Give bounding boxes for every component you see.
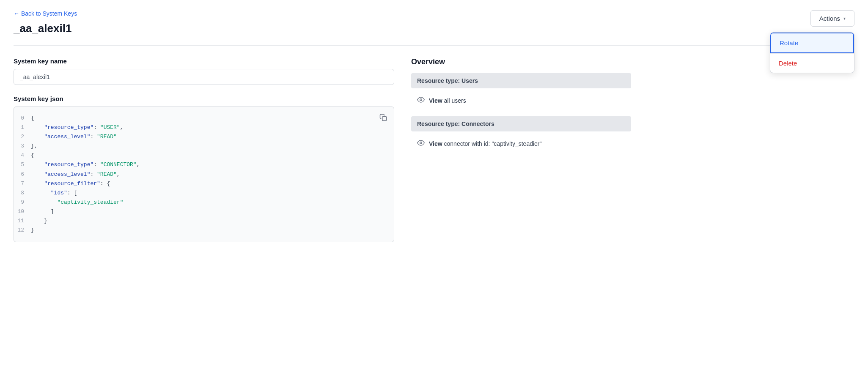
json-line: 0 { [14, 114, 387, 123]
back-link-label: ← Back to System Keys [14, 10, 77, 17]
json-line: 4 { [14, 151, 387, 160]
resource-section-users: Resource type: Users View all users [411, 73, 631, 108]
system-key-json-label: System key json [14, 95, 394, 102]
actions-dropdown: Rotate Delete [770, 32, 854, 73]
actions-button[interactable]: Actions ▾ [810, 10, 854, 27]
json-line: 6 "access_level": "READ", [14, 170, 387, 179]
json-line: 2 "access_level": "READ" [14, 132, 387, 142]
overview-title: Overview [411, 57, 631, 66]
json-line: 1 "resource_type": "USER", [14, 123, 387, 132]
content-area: System key name System key json 0 { [14, 57, 854, 378]
json-editor: 0 { 1 "resource_type": "USER", 2 "access… [14, 107, 394, 242]
left-panel: System key name System key json 0 { [14, 57, 394, 378]
json-line: 5 "resource_type": "CONNECTOR", [14, 160, 387, 169]
svg-point-2 [420, 142, 422, 144]
eye-icon [417, 96, 425, 105]
eye-icon [417, 139, 425, 148]
copy-button[interactable] [378, 112, 389, 125]
page-title: _aa_alexil1 [14, 22, 854, 35]
json-line: 12 } [14, 226, 387, 235]
json-line: 7 "resource_filter": { [14, 179, 387, 189]
system-key-name-input[interactable] [14, 69, 394, 85]
chevron-down-icon: ▾ [843, 16, 846, 21]
json-line: 11 } [14, 216, 387, 226]
right-panel: Overview Resource type: Users View all u… [411, 57, 631, 378]
json-line: 10 ] [14, 207, 387, 216]
resource-item-view-users: View all users [411, 93, 631, 108]
main-divider [14, 45, 854, 46]
resource-item-text-connectors: View connector with id: "captivity_stead… [429, 140, 541, 147]
resource-type-users-header: Resource type: Users [411, 73, 631, 88]
resource-section-connectors: Resource type: Connectors View connector… [411, 116, 631, 151]
json-line: 3 }, [14, 142, 387, 151]
json-line: 8 "ids": [ [14, 189, 387, 198]
svg-rect-0 [382, 117, 387, 121]
system-key-name-label: System key name [14, 57, 394, 65]
svg-point-1 [420, 99, 422, 101]
rotate-menu-item[interactable]: Rotate [770, 33, 854, 53]
resource-type-connectors-header: Resource type: Connectors [411, 116, 631, 131]
actions-button-label: Actions [819, 15, 840, 22]
json-line: 9 "captivity_steadier" [14, 198, 387, 207]
delete-menu-item[interactable]: Delete [770, 54, 854, 73]
resource-item-text-users: View all users [429, 97, 466, 104]
page-container: ← Back to System Keys _aa_alexil1 Action… [0, 0, 868, 388]
back-link[interactable]: ← Back to System Keys [14, 10, 854, 17]
resource-item-view-connectors: View connector with id: "captivity_stead… [411, 137, 631, 151]
json-lines: 0 { 1 "resource_type": "USER", 2 "access… [14, 114, 387, 235]
